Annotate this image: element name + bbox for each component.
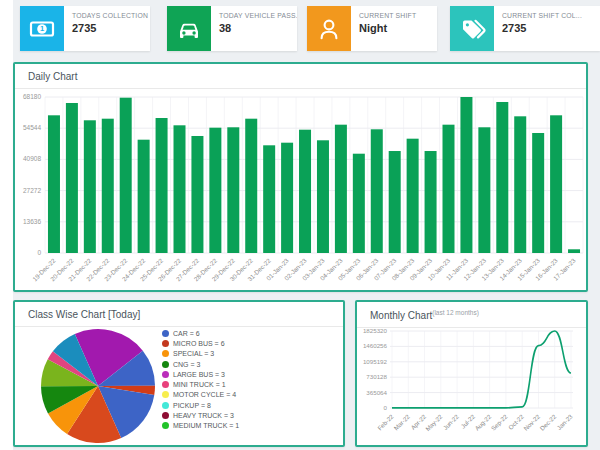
legend-label: MEDIUM TRUCK = 1 bbox=[173, 422, 239, 429]
monthly-chart-title-text: Monthly Chart bbox=[370, 310, 432, 321]
legend-color-dot bbox=[162, 371, 169, 378]
svg-text:1460256: 1460256 bbox=[363, 342, 388, 349]
legend-label: PICKUP = 8 bbox=[173, 402, 211, 409]
svg-text:27272: 27272 bbox=[23, 187, 41, 194]
svg-text:54544: 54544 bbox=[23, 124, 41, 131]
daily-chart-title: Daily Chart bbox=[15, 64, 586, 89]
stat-card-current-shift: CURRENT SHIFT Night bbox=[307, 6, 437, 51]
svg-text:68180: 68180 bbox=[23, 93, 41, 100]
legend-item: LARGE BUS = 3 bbox=[162, 369, 239, 379]
svg-text:365064: 365064 bbox=[366, 389, 387, 396]
card-value: 2735 bbox=[72, 22, 144, 34]
legend-label: MINI TRUCK = 1 bbox=[173, 381, 226, 388]
pie-legend: CAR = 6MICRO BUS = 6SPECIAL = 3CNG = 3LA… bbox=[162, 328, 239, 431]
svg-text:40908: 40908 bbox=[23, 155, 41, 162]
svg-text:Dec-22: Dec-22 bbox=[538, 412, 557, 431]
card-label: CURRENT SHIFT COL... bbox=[502, 12, 582, 19]
svg-text:730128: 730128 bbox=[366, 373, 387, 380]
svg-text:0: 0 bbox=[384, 404, 388, 411]
svg-text:Sep-22: Sep-22 bbox=[490, 412, 509, 431]
legend-color-dot bbox=[162, 402, 169, 409]
legend-label: MICRO BUS = 6 bbox=[173, 340, 225, 347]
svg-text:Nov-22: Nov-22 bbox=[522, 412, 541, 431]
card-value: Night bbox=[359, 22, 416, 34]
person-icon bbox=[307, 6, 351, 51]
legend-color-dot bbox=[162, 340, 169, 347]
svg-text:May-22: May-22 bbox=[424, 412, 444, 432]
svg-text:13636: 13636 bbox=[23, 218, 41, 225]
daily-chart-panel: Daily Chart 0136362727240908545446818019… bbox=[13, 62, 588, 292]
legend-color-dot bbox=[162, 350, 169, 357]
legend-color-dot bbox=[162, 422, 169, 429]
svg-text:0: 0 bbox=[37, 249, 41, 256]
class-wise-chart-panel: Class Wise Chart [Today] CAR = 6MICRO BU… bbox=[13, 300, 345, 447]
svg-text:Mar-22: Mar-22 bbox=[392, 412, 411, 431]
svg-text:Jun-22: Jun-22 bbox=[441, 412, 460, 431]
legend-color-dot bbox=[162, 381, 169, 388]
legend-label: CNG = 3 bbox=[173, 361, 200, 368]
monthly-chart-subtitle: (last 12 months) bbox=[432, 309, 479, 316]
legend-label: LARGE BUS = 3 bbox=[173, 371, 225, 378]
legend-color-dot bbox=[162, 412, 169, 419]
stat-card-todays-collection: 1 TODAYS COLLECTION 2735 bbox=[20, 6, 150, 51]
legend-color-dot bbox=[162, 391, 169, 398]
card-label: TODAYS COLLECTION bbox=[72, 12, 144, 19]
page-left-margin bbox=[0, 0, 13, 450]
legend-item: MOTOR CYCLE = 4 bbox=[162, 390, 239, 400]
legend-item: MINI TRUCK = 1 bbox=[162, 379, 239, 389]
monthly-line-chart: 0365064730128109519214602561825320Feb-22… bbox=[359, 324, 588, 448]
legend-item: CNG = 3 bbox=[162, 359, 239, 369]
svg-text:Jan-23: Jan-23 bbox=[555, 412, 574, 431]
money-icon: 1 bbox=[20, 6, 64, 51]
legend-color-dot bbox=[162, 330, 169, 337]
legend-item: MEDIUM TRUCK = 1 bbox=[162, 421, 239, 431]
class-wise-chart-title: Class Wise Chart [Today] bbox=[15, 302, 343, 327]
monthly-chart-panel: Monthly Chart(last 12 months) 0365064730… bbox=[355, 300, 588, 447]
card-label: CURRENT SHIFT bbox=[359, 12, 416, 19]
svg-text:1095192: 1095192 bbox=[363, 358, 388, 365]
legend-item: PICKUP = 8 bbox=[162, 400, 239, 410]
legend-label: SPECIAL = 3 bbox=[173, 350, 214, 357]
legend-item: CAR = 6 bbox=[162, 328, 239, 338]
legend-color-dot bbox=[162, 361, 169, 368]
legend-label: MOTOR CYCLE = 4 bbox=[173, 391, 236, 398]
car-icon bbox=[167, 6, 211, 51]
svg-text:Feb-22: Feb-22 bbox=[376, 412, 395, 431]
class-pie-chart bbox=[30, 326, 170, 450]
stat-card-current-shift-collection: CURRENT SHIFT COL... 2735 bbox=[450, 6, 600, 51]
legend-label: HEAVY TRUCK = 3 bbox=[173, 412, 234, 419]
svg-text:1: 1 bbox=[40, 24, 44, 33]
tags-icon bbox=[450, 6, 494, 51]
stat-card-today-vehicle-pass: TODAY VEHICLE PASS... 38 bbox=[167, 6, 297, 51]
svg-text:1825320: 1825320 bbox=[363, 327, 388, 334]
svg-text:Aug-22: Aug-22 bbox=[473, 412, 492, 431]
legend-item: MICRO BUS = 6 bbox=[162, 338, 239, 348]
legend-item: SPECIAL = 3 bbox=[162, 349, 239, 359]
daily-bar-chart: 0136362727240908545446818019-Dec-2220-De… bbox=[17, 92, 588, 292]
card-value: 2735 bbox=[502, 22, 582, 34]
legend-label: CAR = 6 bbox=[173, 330, 200, 337]
legend-item: HEAVY TRUCK = 3 bbox=[162, 410, 239, 420]
card-value: 38 bbox=[219, 22, 291, 34]
card-label: TODAY VEHICLE PASS... bbox=[219, 12, 291, 19]
